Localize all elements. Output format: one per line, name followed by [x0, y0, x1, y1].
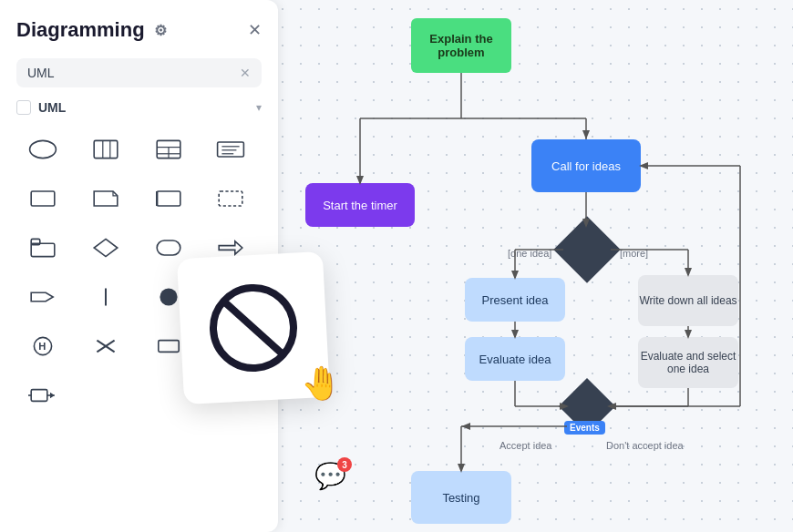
present-idea-node[interactable]: Present idea: [465, 278, 565, 322]
write-down-node[interactable]: Write down all ideas: [638, 275, 738, 326]
shape-circle-h[interactable]: H: [16, 324, 69, 368]
accept-label: Accept idea: [499, 440, 551, 451]
svg-rect-62: [158, 341, 178, 353]
events-label: Events: [564, 421, 605, 435]
evaluate-select-node[interactable]: Evaluate and select one idea: [638, 337, 738, 388]
search-input[interactable]: [27, 66, 240, 80]
shape-dashed-rect[interactable]: [204, 177, 257, 220]
uml-toggle[interactable]: UML ▾: [16, 100, 262, 115]
blocked-circle-icon: [205, 280, 301, 375]
more-label: [more]: [620, 248, 648, 259]
sidebar-header: Diagramming ⚙︎ ✕: [16, 18, 262, 42]
shape-note-corner[interactable]: [79, 177, 132, 220]
shape-columns[interactable]: [79, 128, 132, 171]
sidebar-title: Diagramming ⚙︎: [16, 18, 167, 42]
shape-rect-tab[interactable]: [16, 226, 69, 270]
svg-rect-66: [31, 390, 47, 402]
evaluate-idea-node[interactable]: Evaluate idea: [465, 337, 565, 381]
svg-marker-51: [94, 239, 118, 256]
dont-accept-label: Don't accept idea: [606, 440, 684, 451]
start-timer-node[interactable]: Start the timer: [305, 183, 415, 227]
call-for-ideas-node[interactable]: Call for ideas: [531, 139, 641, 192]
shape-rect-lines[interactable]: [142, 177, 195, 220]
svg-point-54: [160, 288, 177, 305]
sidebar-title-text: Diagramming: [16, 18, 145, 42]
shape-line-vert[interactable]: [79, 275, 132, 319]
svg-line-71: [222, 297, 283, 358]
svg-text:H: H: [38, 341, 46, 352]
testing-node[interactable]: Testing: [411, 471, 511, 524]
notification-badge[interactable]: 💬 3: [314, 461, 346, 491]
notification-icon[interactable]: 💬 3: [314, 461, 346, 491]
shape-arrow-point[interactable]: [16, 275, 69, 319]
notification-count: 3: [337, 457, 352, 472]
shape-table[interactable]: [142, 128, 195, 171]
shape-arrow-box-2[interactable]: [16, 373, 69, 417]
shape-x-mark[interactable]: [79, 324, 132, 368]
close-button[interactable]: ✕: [248, 20, 262, 40]
search-bar[interactable]: ✕: [16, 58, 262, 87]
chevron-down-icon: ▾: [256, 101, 262, 114]
svg-point-33: [30, 140, 57, 158]
svg-rect-41: [218, 142, 244, 157]
one-idea-label: [one idea]: [508, 248, 551, 259]
filter-icon[interactable]: ⚙︎: [154, 22, 167, 39]
uml-label: UML: [38, 100, 249, 115]
search-clear-icon[interactable]: ✕: [240, 66, 251, 80]
shape-diamond[interactable]: [79, 226, 132, 270]
cursor-hand-icon: 🤚: [301, 364, 342, 403]
svg-marker-68: [50, 393, 55, 398]
svg-rect-48: [219, 191, 242, 206]
uml-checkbox[interactable]: [16, 100, 31, 115]
svg-rect-45: [31, 191, 55, 206]
svg-rect-46: [157, 191, 180, 206]
shape-ellipse[interactable]: [16, 128, 69, 171]
svg-rect-52: [157, 240, 180, 255]
shape-note-wide[interactable]: [204, 128, 257, 171]
shape-rect[interactable]: [16, 177, 69, 220]
svg-rect-34: [94, 140, 118, 158]
explain-problem-node[interactable]: Explain the problem: [411, 18, 511, 73]
